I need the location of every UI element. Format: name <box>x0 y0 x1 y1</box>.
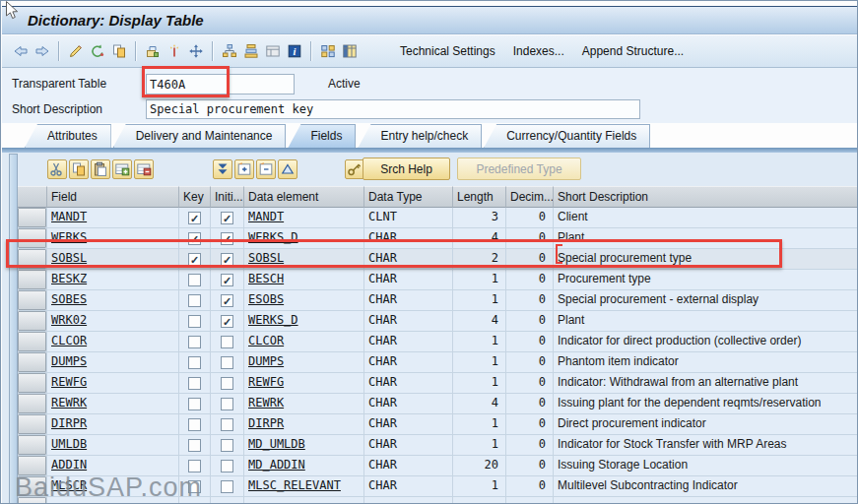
delete-selection-icon[interactable] <box>256 159 276 179</box>
key-checkbox[interactable] <box>188 377 201 390</box>
tab-delivery-and-maintenance[interactable]: Delivery and Maintenance <box>113 124 287 148</box>
key-checkbox[interactable] <box>188 439 201 452</box>
field-link[interactable]: ADDIN <box>51 458 87 472</box>
field-link[interactable]: DIRPR <box>51 416 87 430</box>
technical-settings-button[interactable]: Technical Settings <box>400 44 495 58</box>
data-element-link[interactable]: BESCH <box>248 272 284 285</box>
copy-rows-icon[interactable] <box>69 159 89 179</box>
short-description-input[interactable] <box>146 99 640 119</box>
new-rows-icon[interactable] <box>234 159 254 179</box>
field-link[interactable]: MANDT <box>51 210 87 223</box>
paste-icon[interactable] <box>91 159 110 179</box>
initial-checkbox[interactable] <box>221 336 233 348</box>
field-link[interactable]: DUMPS <box>51 354 87 368</box>
short-description-cell[interactable]: Phantom item indicator <box>554 352 858 373</box>
cut-icon[interactable] <box>47 159 67 179</box>
field-link[interactable]: CLCOR <box>51 334 87 347</box>
left-scrollbar[interactable] <box>9 154 18 504</box>
where-used-icon[interactable] <box>143 41 163 61</box>
short-description-cell[interactable]: Indicator: Withdrawal from an alternativ… <box>554 373 858 394</box>
field-link[interactable]: BESKZ <box>51 272 87 285</box>
data-element-link[interactable]: MD_UMLDB <box>248 437 305 451</box>
activate-icon[interactable] <box>165 41 184 61</box>
tab-entry-help-check[interactable]: Entry help/check <box>358 124 482 148</box>
field-link[interactable]: UMLDB <box>51 437 87 451</box>
detail-view-icon[interactable] <box>263 41 283 61</box>
initial-checkbox[interactable] <box>221 460 233 472</box>
row-selector-button[interactable] <box>18 208 46 227</box>
collapse-icon[interactable] <box>278 159 297 179</box>
data-element-link[interactable]: DUMPS <box>248 354 284 368</box>
refresh-icon[interactable] <box>88 41 107 61</box>
key-checkbox[interactable] <box>188 212 201 224</box>
short-description-cell[interactable]: Multilevel Subcontracting Indicator <box>554 476 858 497</box>
short-description-cell[interactable]: Procurement type <box>554 270 858 290</box>
row-selector-button[interactable] <box>18 435 46 455</box>
data-element-link[interactable]: MD_ADDIN <box>248 458 305 472</box>
data-element-link[interactable]: MANDT <box>248 210 284 223</box>
short-description-cell[interactable]: Direct procurement indicator <box>554 414 858 435</box>
short-description-cell[interactable]: Plant <box>554 311 858 332</box>
row-selector-button[interactable] <box>18 290 46 310</box>
table-columns-icon[interactable] <box>340 41 360 61</box>
initial-checkbox[interactable] <box>221 356 233 369</box>
predefined-type-button[interactable]: Predefined Type <box>457 158 581 180</box>
srch-help-button[interactable]: Srch Help <box>363 158 450 180</box>
back-icon[interactable] <box>11 41 31 61</box>
data-element-link[interactable]: MLSC_RELEVANT <box>248 478 341 492</box>
row-selector-button[interactable] <box>18 414 46 434</box>
forward-icon[interactable] <box>33 41 52 61</box>
tab-currency-quantity-fields[interactable]: Currency/Quantity Fields <box>484 124 650 148</box>
row-selector-button[interactable] <box>18 394 46 413</box>
key-checkbox[interactable] <box>188 274 201 286</box>
field-link[interactable]: SOBES <box>51 292 87 306</box>
relation-graph-icon[interactable] <box>318 41 338 61</box>
copy-icon[interactable] <box>109 41 129 61</box>
initial-checkbox[interactable] <box>221 315 233 328</box>
initial-checkbox[interactable] <box>221 294 233 307</box>
append-structure-button[interactable]: Append Structure... <box>582 44 684 58</box>
field-link[interactable]: WRK02 <box>51 313 87 327</box>
short-description-cell[interactable]: Issuing plant for the dependent reqmts/r… <box>554 394 858 414</box>
short-description-cell[interactable]: Indicator for direct production (collect… <box>554 332 858 352</box>
row-selector-button[interactable] <box>18 373 46 393</box>
stack-icon[interactable] <box>241 41 261 61</box>
row-selector-button[interactable] <box>18 311 46 331</box>
row-selector-button[interactable] <box>18 270 46 289</box>
short-description-cell[interactable]: Special procurement - external display <box>554 290 858 311</box>
row-selector-button[interactable] <box>18 352 46 372</box>
field-link[interactable]: REWFG <box>51 375 87 389</box>
indexes-button[interactable]: Indexes... <box>513 44 564 58</box>
initial-checkbox[interactable] <box>221 480 233 493</box>
initial-checkbox[interactable] <box>221 212 233 224</box>
key-checkbox[interactable] <box>188 460 201 472</box>
key-checkbox[interactable] <box>188 398 201 410</box>
key-icon[interactable] <box>345 159 364 179</box>
initial-checkbox[interactable] <box>221 377 233 390</box>
initial-checkbox[interactable] <box>221 439 233 452</box>
key-checkbox[interactable] <box>188 356 201 369</box>
hierarchy-icon[interactable] <box>220 41 239 61</box>
tab-fields[interactable]: Fields <box>288 124 356 148</box>
display-change-icon[interactable] <box>66 41 86 61</box>
key-checkbox[interactable] <box>188 294 201 307</box>
data-element-link[interactable]: REWRK <box>248 396 284 410</box>
field-link[interactable]: REWRK <box>51 396 87 410</box>
data-element-link[interactable]: DIRPR <box>248 416 284 430</box>
choose-icon[interactable] <box>213 159 232 179</box>
data-element-link[interactable]: REWFG <box>248 375 284 389</box>
data-element-link[interactable]: CLCOR <box>248 334 284 347</box>
key-checkbox[interactable] <box>188 315 201 328</box>
tab-attributes[interactable]: Attributes <box>25 124 111 148</box>
row-selector-button[interactable] <box>18 332 46 351</box>
initial-checkbox[interactable] <box>221 398 233 410</box>
insert-row-icon[interactable] <box>112 159 132 179</box>
short-description-cell[interactable]: Issuing Storage Location <box>554 456 858 476</box>
initial-checkbox[interactable] <box>221 274 233 286</box>
jump-icon[interactable] <box>186 41 206 61</box>
info-icon[interactable]: i <box>285 41 304 61</box>
short-description-cell[interactable]: Client <box>554 208 858 228</box>
key-checkbox[interactable] <box>188 336 201 348</box>
key-checkbox[interactable] <box>188 418 201 431</box>
short-description-cell[interactable]: Indicator for Stock Transfer with MRP Ar… <box>554 435 858 456</box>
